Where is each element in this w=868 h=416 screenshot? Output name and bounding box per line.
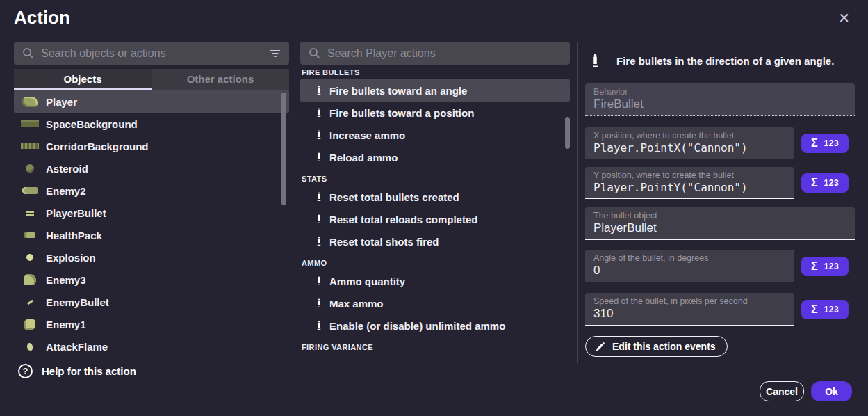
object-label: Player: [46, 96, 77, 108]
angle-field[interactable]: Angle of the bullet, in degrees 0: [585, 250, 794, 282]
object-list-item-spacebackground[interactable]: SpaceBackground: [14, 113, 289, 135]
y-position-field[interactable]: Y position, where to create the bullet P…: [585, 167, 794, 199]
page-title: Action: [14, 7, 70, 29]
object-list-item-enemy3[interactable]: Enemy3: [14, 269, 289, 291]
object-list-item-player[interactable]: Player: [14, 90, 289, 113]
sigma-icon: Σ: [811, 138, 818, 149]
sigma-icon: Σ: [811, 304, 818, 315]
objects-search-input[interactable]: [41, 47, 263, 60]
bullet-icon: [592, 54, 598, 68]
asteroid-sprite-icon: [14, 164, 46, 173]
action-label: Reset total shots fired: [321, 236, 439, 248]
bullet-icon: [300, 297, 321, 310]
field-label: Angle of the bullet, in degrees: [593, 253, 786, 263]
left-panel-tabs: Objects Other actions: [14, 69, 289, 90]
action-label: Reset total reloads completed: [321, 214, 477, 225]
field-value[interactable]: 310: [593, 307, 786, 321]
object-list-item-playerbullet[interactable]: PlayerBullet: [14, 202, 289, 224]
action-group-header: STATS: [300, 168, 570, 186]
actions-search-input[interactable]: [327, 47, 562, 60]
object-list-item-asteroid[interactable]: Asteroid: [14, 157, 289, 179]
column-divider: [293, 42, 293, 363]
action-list-scrollbar[interactable]: [565, 117, 570, 149]
speed-field[interactable]: Speed of the bullet, in pixels per secon…: [585, 293, 794, 326]
numbers-icon: 123: [824, 262, 840, 271]
field-value[interactable]: PlayerBullet: [593, 221, 846, 235]
expression-editor-button[interactable]: Σ 123: [801, 257, 849, 276]
search-icon: [22, 47, 34, 59]
x-position-field[interactable]: X position, where to create the bullet P…: [585, 127, 794, 159]
filter-icon[interactable]: [270, 49, 281, 58]
object-list-item-attackflame[interactable]: AttackFlame: [14, 335, 289, 358]
field-value[interactable]: Player.PointY("Cannon"): [593, 181, 786, 194]
action-item-max-ammo[interactable]: Max ammo: [300, 292, 570, 314]
object-label: Enemy1: [46, 319, 86, 330]
field-label: Speed of the bullet, in pixels per secon…: [593, 296, 786, 306]
help-glyph: ?: [23, 366, 28, 376]
bullet-icon: [300, 151, 321, 163]
bullet-icon: [300, 191, 321, 203]
cancel-button[interactable]: Cancel: [760, 381, 804, 401]
action-item-enable-unlimited-ammo[interactable]: Enable (or disable) unlimited ammo: [300, 314, 570, 337]
tab-other-actions[interactable]: Other actions: [152, 69, 289, 90]
object-list-item-enemy2[interactable]: Enemy2: [14, 179, 289, 202]
expression-editor-button[interactable]: Σ 123: [801, 300, 849, 319]
action-item-reload-ammo[interactable]: Reload ammo: [300, 146, 570, 168]
edit-action-events-button[interactable]: Edit this action events: [585, 336, 728, 357]
player-sprite-icon: [14, 97, 46, 107]
numbers-icon: 123: [824, 305, 840, 314]
bullet-icon: [300, 129, 321, 141]
sigma-icon: Σ: [811, 177, 818, 189]
action-description-text: Fire bullets in the direction of a given…: [616, 55, 834, 67]
bullet-object-field[interactable]: The bullet object PlayerBullet: [585, 207, 855, 240]
action-item-increase-ammo[interactable]: Increase ammo: [300, 124, 570, 146]
field-label: X position, where to create the bullet: [593, 131, 786, 141]
action-item-reset-total-reloads-completed[interactable]: Reset total reloads completed: [300, 208, 570, 230]
object-list-item-explosion[interactable]: Explosion: [14, 246, 289, 269]
object-list-item-healthpack[interactable]: HealthPack: [14, 224, 289, 246]
action-group-header: FIRING VARIANCE: [300, 337, 570, 354]
object-list-scrollbar[interactable]: [281, 93, 286, 205]
field-value[interactable]: Player.PointX("Cannon"): [593, 141, 786, 154]
object-label: CorridorBackground: [46, 141, 149, 152]
object-list-item-enemy1[interactable]: Enemy1: [14, 313, 289, 335]
enemybullet-sprite-icon: [14, 301, 46, 303]
field-value[interactable]: 0: [593, 264, 786, 278]
enemy1-sprite-icon: [14, 319, 46, 330]
action-item-fire-bullets-toward-a-position[interactable]: Fire bullets toward a position: [300, 102, 570, 124]
close-icon[interactable]: ✕: [838, 11, 850, 25]
expression-editor-button[interactable]: Σ 123: [801, 134, 849, 153]
objects-search-box[interactable]: [14, 42, 289, 65]
bullet-icon: [300, 235, 321, 248]
object-list-item-corridorbackground[interactable]: CorridorBackground: [14, 135, 289, 157]
action-item-reset-total-bullets-created[interactable]: Reset total bullets created: [300, 186, 570, 208]
healthpack-sprite-icon: [14, 232, 46, 238]
field-label: Y position, where to create the bullet: [593, 170, 786, 180]
tab-objects[interactable]: Objects: [14, 69, 152, 90]
expression-editor-button[interactable]: Σ 123: [801, 173, 849, 193]
enemy3-sprite-icon: [14, 274, 46, 285]
ok-button[interactable]: Ok: [811, 381, 852, 401]
object-label: Enemy2: [46, 185, 86, 197]
pencil-icon: [595, 342, 605, 352]
spacebackground-sprite-icon: [14, 120, 46, 127]
object-list-item-enemybullet[interactable]: EnemyBullet: [14, 291, 289, 313]
action-item-reset-total-shots-fired[interactable]: Reset total shots fired: [300, 230, 570, 253]
action-label: Fire bullets toward an angle: [321, 85, 467, 97]
sigma-icon: Σ: [811, 261, 818, 272]
actions-search-box[interactable]: [300, 42, 570, 65]
numbers-icon: 123: [824, 138, 840, 148]
tab-objects-label: Objects: [63, 73, 101, 85]
object-label: Explosion: [46, 252, 96, 264]
action-label: Max ammo: [321, 298, 384, 310]
help-icon: ?: [18, 364, 33, 378]
object-label: SpaceBackground: [46, 118, 138, 130]
action-item-fire-bullets-toward-an-angle[interactable]: Fire bullets toward an angle: [300, 79, 570, 102]
tab-other-actions-label: Other actions: [187, 73, 254, 85]
help-for-this-action[interactable]: ? Help for this action: [18, 364, 136, 378]
field-label: Behavior: [593, 87, 846, 97]
field-value: FireBullet: [593, 97, 846, 111]
numbers-icon: 123: [824, 178, 840, 188]
action-group-header: FIRE BULLETS: [300, 64, 570, 79]
action-item-ammo-quantity[interactable]: Ammo quantity: [300, 270, 570, 292]
